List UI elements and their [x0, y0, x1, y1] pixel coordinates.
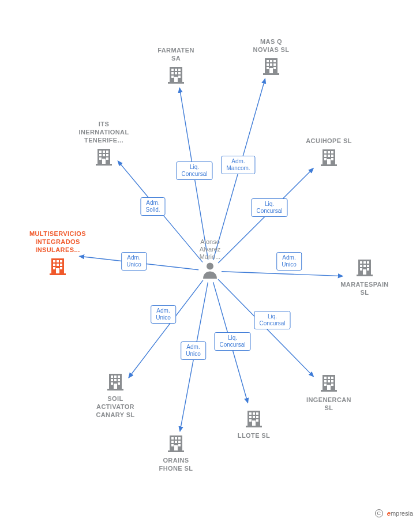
company-node-maratespain[interactable]: MARATESPAIN SL — [330, 257, 399, 296]
svg-rect-27 — [99, 154, 102, 156]
company-label: LLOTE SL — [219, 431, 288, 440]
relationship-label[interactable]: Adm. Unico — [121, 252, 147, 271]
company-node-soil[interactable]: SOIL ACTIVATOR CANARY SL — [81, 371, 150, 419]
svg-rect-28 — [103, 154, 105, 156]
svg-rect-61 — [363, 265, 366, 267]
relationship-label[interactable]: Adm. Unico — [151, 305, 176, 324]
svg-rect-81 — [178, 437, 181, 440]
relationship-label[interactable]: Liq. Concursal — [214, 332, 250, 351]
svg-rect-97 — [256, 419, 258, 422]
svg-rect-72 — [114, 379, 117, 381]
svg-rect-47 — [57, 260, 59, 262]
svg-rect-78 — [168, 450, 184, 452]
svg-rect-80 — [175, 437, 177, 440]
svg-rect-92 — [256, 412, 258, 415]
svg-rect-45 — [50, 273, 66, 275]
svg-rect-36 — [328, 151, 330, 153]
svg-rect-79 — [171, 437, 174, 440]
svg-rect-93 — [249, 416, 252, 418]
company-node-farmaten[interactable]: FARMATEN SA — [141, 46, 211, 87]
svg-rect-94 — [253, 416, 255, 418]
building-icon — [23, 256, 92, 278]
svg-rect-108 — [331, 384, 333, 386]
relationship-label[interactable]: Liq. Concursal — [254, 311, 290, 329]
svg-rect-52 — [53, 267, 55, 269]
company-node-llote[interactable]: LLOTE SL — [219, 408, 288, 440]
building-icon — [69, 147, 138, 168]
relationship-label[interactable]: Adm. Solid. — [140, 197, 165, 216]
svg-rect-43 — [327, 159, 331, 164]
svg-rect-82 — [171, 441, 174, 443]
relationship-label[interactable]: Liq. Concursal — [251, 198, 287, 217]
svg-rect-105 — [328, 380, 330, 382]
svg-rect-57 — [360, 261, 362, 264]
svg-rect-37 — [331, 151, 333, 153]
svg-rect-20 — [273, 67, 276, 69]
svg-rect-26 — [106, 151, 108, 153]
svg-rect-48 — [60, 260, 62, 262]
company-label: INGENERCAN SL — [294, 396, 363, 412]
svg-rect-21 — [269, 68, 273, 73]
svg-rect-70 — [118, 375, 120, 378]
company-node-orains[interactable]: ORAINS FHONE SL — [141, 433, 211, 472]
company-label: ACUIHOPE SL — [294, 137, 363, 145]
svg-rect-91 — [253, 412, 255, 415]
edge-line — [222, 272, 343, 276]
svg-rect-63 — [360, 268, 362, 271]
svg-rect-86 — [178, 444, 181, 446]
svg-rect-10 — [174, 77, 178, 82]
svg-rect-38 — [324, 155, 327, 157]
svg-rect-24 — [99, 151, 102, 153]
svg-rect-54 — [56, 268, 59, 273]
relationship-label[interactable]: Adm. Unico — [276, 252, 302, 271]
svg-rect-30 — [99, 157, 102, 160]
relationship-label[interactable]: Adm. Unico — [181, 341, 206, 360]
svg-rect-25 — [103, 151, 105, 153]
svg-rect-69 — [114, 375, 117, 378]
company-node-masq[interactable]: MAS Q NOVIAS SL — [237, 37, 306, 78]
svg-rect-23 — [96, 164, 112, 166]
svg-rect-1 — [168, 82, 184, 84]
svg-rect-14 — [270, 60, 272, 62]
svg-rect-107 — [324, 384, 327, 386]
svg-rect-56 — [357, 275, 373, 276]
center-person-node[interactable]: Alonso Alvarez Mario... — [181, 238, 239, 281]
building-icon — [330, 257, 399, 279]
svg-rect-71 — [111, 379, 113, 381]
svg-rect-100 — [321, 390, 337, 392]
relationship-diagram: FARMATEN SA MAS Q NOVIAS SL ITS INERNATI… — [0, 0, 420, 522]
svg-rect-16 — [267, 63, 269, 66]
svg-rect-89 — [246, 426, 262, 427]
svg-rect-109 — [327, 385, 331, 390]
svg-rect-31 — [106, 157, 108, 160]
svg-rect-9 — [178, 76, 181, 78]
person-icon — [181, 262, 239, 281]
building-icon — [237, 56, 306, 78]
relationship-label[interactable]: Liq. Concursal — [176, 162, 212, 180]
svg-rect-95 — [256, 416, 258, 418]
svg-rect-32 — [102, 159, 106, 164]
svg-rect-51 — [60, 264, 62, 266]
company-node-acuihope[interactable]: ACUIHOPE SL — [294, 137, 363, 169]
footer-credit: C empresia — [375, 509, 413, 517]
svg-rect-73 — [118, 379, 120, 381]
company-label: MULTISERVICIOS INTEGRADOS INSULARES... — [23, 230, 92, 254]
building-icon — [294, 373, 363, 395]
svg-rect-13 — [267, 60, 269, 62]
svg-rect-64 — [367, 268, 369, 271]
svg-rect-67 — [107, 389, 123, 390]
svg-rect-19 — [267, 67, 269, 69]
svg-rect-46 — [53, 260, 55, 262]
svg-rect-18 — [273, 63, 276, 66]
company-label: ORAINS FHONE SL — [141, 456, 211, 472]
company-label: SOIL ACTIVATOR CANARY SL — [81, 395, 150, 419]
building-icon — [294, 147, 363, 169]
company-node-ingenercan[interactable]: INGENERCAN SL — [294, 373, 363, 412]
copyright-icon: C — [375, 509, 383, 517]
building-icon — [219, 408, 288, 430]
svg-rect-17 — [270, 63, 272, 66]
brand-label: empresia — [387, 510, 413, 517]
relationship-label[interactable]: Adm. Mancom. — [221, 156, 255, 174]
svg-rect-5 — [171, 72, 174, 74]
svg-rect-75 — [118, 382, 120, 385]
